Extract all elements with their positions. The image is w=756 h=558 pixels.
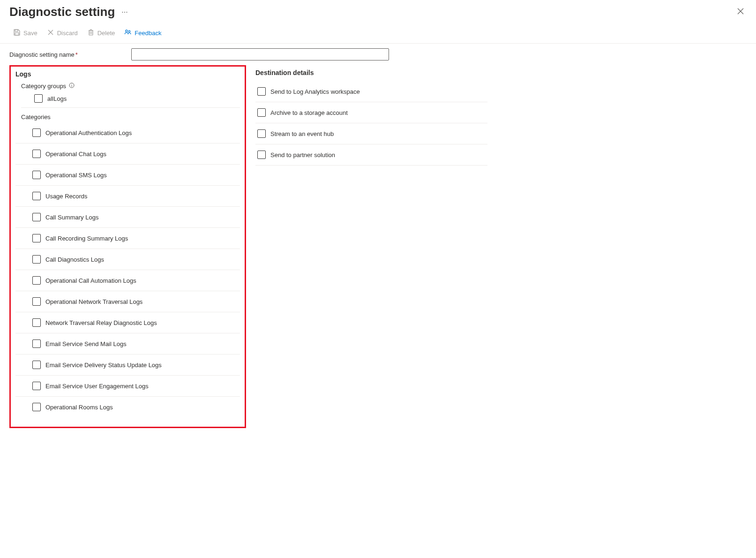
category-row: Operational Rooms Logs — [15, 397, 240, 417]
destination-row: Stream to an event hub — [255, 123, 487, 144]
alllogs-checkbox[interactable] — [34, 94, 43, 103]
category-label: Call Diagnostics Logs — [45, 256, 104, 263]
category-checkbox[interactable] — [32, 234, 41, 242]
destination-row: Archive to a storage account — [255, 102, 487, 123]
delete-icon — [87, 29, 95, 38]
destination-label: Send to partner solution — [270, 151, 335, 158]
alllogs-row: allLogs — [21, 94, 240, 103]
page-title: Diagnostic setting — [9, 5, 115, 19]
category-checkbox[interactable] — [32, 150, 41, 158]
alllogs-label: allLogs — [47, 95, 67, 102]
svg-rect-3 — [15, 33, 19, 35]
category-row: Call Diagnostics Logs — [15, 249, 240, 270]
category-row: Call Recording Summary Logs — [15, 228, 240, 249]
svg-point-11 — [126, 30, 127, 32]
svg-rect-6 — [89, 30, 93, 35]
category-row: Email Service Send Mail Logs — [15, 333, 240, 354]
category-checkbox[interactable] — [32, 382, 41, 390]
category-groups-text: Category groups — [21, 83, 66, 90]
svg-point-12 — [128, 30, 130, 32]
category-label: Usage Records — [45, 193, 88, 200]
destinations-list: Send to Log Analytics workspaceArchive t… — [255, 81, 487, 166]
destination-checkbox[interactable] — [257, 87, 266, 96]
destination-label: Archive to a storage account — [270, 109, 348, 116]
category-checkbox[interactable] — [32, 297, 41, 306]
category-label: Operational Authentication Logs — [45, 129, 132, 136]
category-row: Operational SMS Logs — [15, 165, 240, 186]
category-checkbox[interactable] — [32, 318, 41, 327]
columns: Logs Category groups allLogs Categories … — [0, 65, 756, 428]
destination-checkbox[interactable] — [257, 151, 266, 159]
svg-point-15 — [72, 84, 72, 84]
category-checkbox[interactable] — [32, 192, 41, 200]
category-checkbox[interactable] — [32, 128, 41, 137]
destinations-title: Destination details — [255, 69, 487, 76]
category-checkbox[interactable] — [32, 361, 41, 369]
logs-title: Logs — [15, 70, 240, 78]
category-row: Operational Chat Logs — [15, 143, 240, 165]
category-label: Operational Network Traversal Logs — [45, 298, 142, 305]
category-checkbox[interactable] — [32, 403, 41, 411]
category-row: Operational Authentication Logs — [15, 122, 240, 143]
feedback-label: Feedback — [135, 30, 161, 37]
category-row: Call Summary Logs — [15, 207, 240, 228]
logs-panel: Logs Category groups allLogs Categories … — [9, 65, 246, 428]
setting-name-label-text: Diagnostic setting name — [9, 51, 75, 58]
categories-list: Operational Authentication LogsOperation… — [15, 122, 240, 417]
category-row: Operational Call Automation Logs — [15, 270, 240, 291]
close-icon — [737, 8, 744, 16]
required-indicator: * — [75, 51, 78, 58]
category-label: Network Traversal Relay Diagnostic Logs — [45, 319, 157, 326]
category-checkbox[interactable] — [32, 276, 41, 285]
toolbar: Save Discard Delete Feed — [0, 23, 756, 44]
more-icon[interactable]: ··· — [120, 6, 129, 18]
category-label: Email Service Delivery Status Update Log… — [45, 362, 162, 369]
category-label: Call Summary Logs — [45, 214, 98, 221]
svg-rect-2 — [15, 30, 18, 31]
category-label: Operational Rooms Logs — [45, 404, 113, 411]
category-label: Operational Call Automation Logs — [45, 277, 136, 284]
category-label: Call Recording Summary Logs — [45, 235, 128, 242]
category-row: Network Traversal Relay Diagnostic Logs — [15, 312, 240, 333]
destination-row: Send to partner solution — [255, 144, 487, 166]
discard-button[interactable]: Discard — [43, 27, 82, 39]
destinations-panel: Destination details Send to Log Analytic… — [255, 65, 487, 428]
page-header: Diagnostic setting ··· — [0, 0, 756, 23]
save-label: Save — [23, 30, 37, 37]
setting-name-row: Diagnostic setting name* — [0, 44, 756, 65]
category-row: Usage Records — [15, 186, 240, 207]
header-left: Diagnostic setting ··· — [9, 5, 130, 19]
destination-label: Send to Log Analytics workspace — [270, 88, 360, 95]
categories-label: Categories — [21, 113, 240, 121]
delete-button[interactable]: Delete — [83, 27, 119, 39]
category-row: Email Service User Engagement Logs — [15, 376, 240, 397]
category-checkbox[interactable] — [32, 213, 41, 221]
destination-label: Stream to an event hub — [270, 130, 334, 137]
setting-name-input[interactable] — [131, 48, 389, 60]
info-icon[interactable] — [69, 83, 75, 90]
close-button[interactable] — [734, 5, 747, 19]
save-icon — [13, 29, 21, 38]
discard-icon — [47, 29, 54, 38]
feedback-icon — [124, 29, 132, 38]
category-checkbox[interactable] — [32, 339, 41, 348]
destination-checkbox[interactable] — [257, 129, 266, 138]
category-groups-label: Category groups — [21, 83, 240, 90]
save-button[interactable]: Save — [9, 27, 41, 39]
category-checkbox[interactable] — [32, 171, 41, 179]
delete-label: Delete — [97, 30, 115, 37]
destination-checkbox[interactable] — [257, 108, 266, 117]
setting-name-label: Diagnostic setting name* — [9, 51, 122, 58]
category-row: Operational Network Traversal Logs — [15, 291, 240, 312]
category-label: Operational Chat Logs — [45, 151, 106, 158]
category-label: Email Service User Engagement Logs — [45, 383, 149, 390]
destination-row: Send to Log Analytics workspace — [255, 81, 487, 102]
category-row: Email Service Delivery Status Update Log… — [15, 354, 240, 376]
category-checkbox[interactable] — [32, 255, 41, 264]
discard-label: Discard — [57, 30, 78, 37]
feedback-button[interactable]: Feedback — [120, 27, 165, 39]
category-label: Email Service Send Mail Logs — [45, 340, 127, 347]
category-label: Operational SMS Logs — [45, 172, 107, 179]
